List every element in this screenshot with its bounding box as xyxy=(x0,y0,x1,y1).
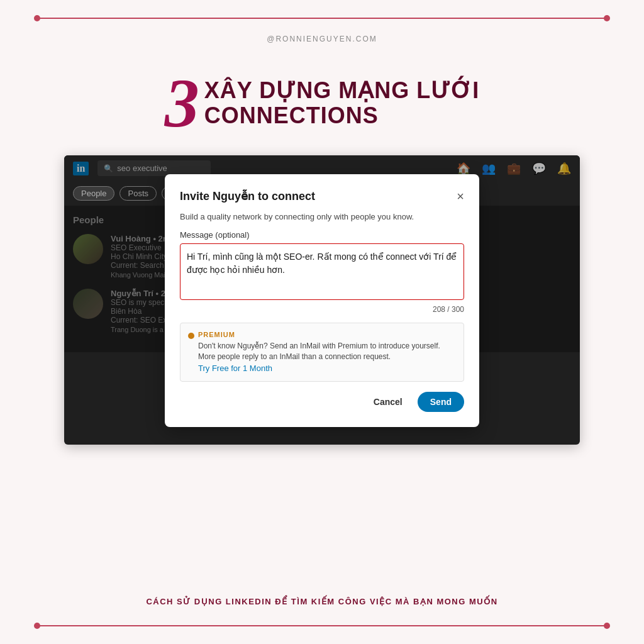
linkedin-background: in 🔍 seo executive 🏠 👥 💼 💬 🔔 People Post… xyxy=(64,155,580,445)
premium-description: Don't know Nguyễn? Send an InMail with P… xyxy=(198,341,456,362)
heading-line2: CONNECTIONS xyxy=(204,103,379,128)
heading-row: 3 XÂY DỰNG MẠNG LƯỚI CONNECTIONS xyxy=(165,69,479,138)
premium-link[interactable]: Try Free for 1 Month xyxy=(198,364,272,373)
heading-line1: XÂY DỰNG MẠNG LƯỚI xyxy=(204,78,479,103)
heading-area: 3 XÂY DỰNG MẠNG LƯỚI CONNECTIONS xyxy=(127,69,517,138)
premium-dot-icon xyxy=(188,333,194,339)
bottom-caption: CÁCH SỬ DỤNG LINKEDIN ĐỂ TÌM KIẾM CÔNG V… xyxy=(0,597,644,606)
bottom-decorative-line xyxy=(38,625,606,626)
send-button[interactable]: Send xyxy=(418,392,464,412)
modal-header: Invite Nguyễn to connect × xyxy=(180,189,464,203)
char-count: 208 / 300 xyxy=(180,305,464,314)
heading-text-block: XÂY DỰNG MẠNG LƯỚI CONNECTIONS xyxy=(204,78,479,128)
modal-overlay: Invite Nguyễn to connect × Build a quali… xyxy=(64,155,580,445)
invite-modal: Invite Nguyễn to connect × Build a quali… xyxy=(165,174,479,427)
top-decorative-line xyxy=(38,18,606,19)
premium-label: PREMIUM xyxy=(198,331,456,338)
modal-footer: Cancel Send xyxy=(180,392,464,412)
website-label: @RONNIENGUYEN.COM xyxy=(267,35,377,43)
premium-text-block: PREMIUM Don't know Nguyễn? Send an InMai… xyxy=(198,331,456,374)
premium-content: PREMIUM Don't know Nguyễn? Send an InMai… xyxy=(188,331,456,374)
modal-title: Invite Nguyễn to connect xyxy=(180,189,315,203)
screenshot-wrapper: in 🔍 seo executive 🏠 👥 💼 💬 🔔 People Post… xyxy=(64,155,580,445)
page-container: @RONNIENGUYEN.COM 3 XÂY DỰNG MẠNG LƯỚI C… xyxy=(0,0,644,644)
premium-bar: PREMIUM Don't know Nguyễn? Send an InMai… xyxy=(180,323,464,382)
step-number: 3 xyxy=(165,69,199,138)
modal-subtitle: Build a quality network by connecting on… xyxy=(180,212,464,221)
cancel-button[interactable]: Cancel xyxy=(365,392,411,412)
message-label: Message (optional) xyxy=(180,230,464,240)
close-button[interactable]: × xyxy=(457,190,464,203)
message-textarea[interactable]: Hi Trí, <span class="msg-underline">mình… xyxy=(180,243,464,300)
